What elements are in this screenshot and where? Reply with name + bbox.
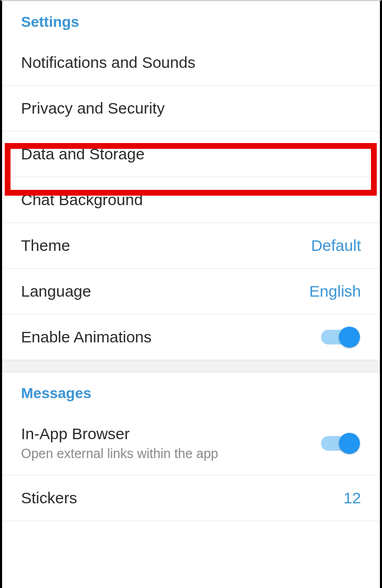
settings-item-privacy-security[interactable]: Privacy and Security [2, 86, 380, 131]
settings-item-enable-animations[interactable]: Enable Animations [2, 315, 380, 360]
section-divider [2, 360, 380, 372]
list-item-label: Notifications and Sounds [21, 54, 195, 72]
settings-item-language[interactable]: Language English [2, 269, 380, 315]
messages-item-in-app-browser[interactable]: In-App Browser Open external links withi… [2, 411, 380, 475]
list-item-label: Theme [21, 237, 70, 255]
list-item-label: Language [21, 282, 91, 300]
list-item-value: Default [311, 237, 361, 255]
settings-item-data-storage[interactable]: Data and Storage [2, 131, 380, 177]
settings-section-header: Settings [2, 1, 380, 40]
list-item-value: English [309, 282, 361, 300]
settings-item-notifications-sounds[interactable]: Notifications and Sounds [2, 40, 380, 86]
settings-item-theme[interactable]: Theme Default [2, 223, 380, 269]
list-item-label: Enable Animations [21, 328, 152, 346]
settings-item-chat-background[interactable]: Chat Background [2, 177, 380, 223]
list-item-subtitle: Open external links within the app [21, 446, 218, 461]
list-item-label: Privacy and Security [21, 99, 164, 117]
messages-section-header: Messages [2, 372, 380, 411]
list-item-label: Stickers [21, 489, 77, 507]
in-app-browser-toggle[interactable] [321, 436, 358, 451]
list-item-value: 12 [344, 489, 361, 507]
toggle-knob-icon [339, 433, 360, 454]
list-item-label: Data and Storage [21, 145, 144, 163]
list-item-label: Chat Background [21, 191, 143, 209]
enable-animations-toggle[interactable] [321, 330, 358, 344]
list-item-label: In-App Browser [21, 425, 218, 443]
toggle-knob-icon [339, 327, 360, 348]
messages-item-stickers[interactable]: Stickers 12 [2, 475, 380, 521]
